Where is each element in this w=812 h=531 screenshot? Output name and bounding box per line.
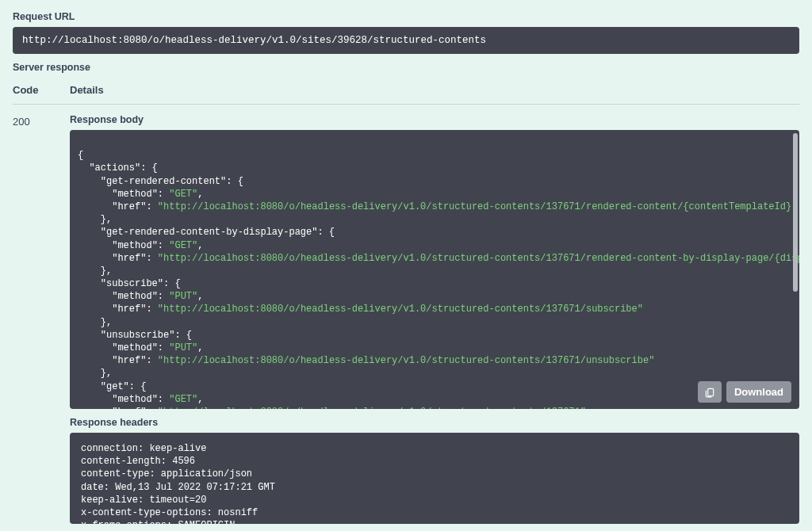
response-table-header: Code Details <box>13 79 799 105</box>
server-response-label: Server response <box>13 62 799 73</box>
json-value: "http://localhost:8080/o/headless-delive… <box>158 407 586 409</box>
response-body[interactable]: { "actions": { "get-rendered-content": {… <box>70 130 799 409</box>
column-header-details: Details <box>70 84 104 96</box>
svg-rect-0 <box>708 388 714 395</box>
response-headers[interactable]: connection: keep-alive content-length: 4… <box>70 433 799 524</box>
json-value: "GET" <box>169 189 197 200</box>
header-line: content-length: 4596 <box>81 456 195 467</box>
header-line: date: Wed,13 Jul 2022 07:17:21 GMT <box>81 482 275 493</box>
response-row: 200 Response body { "actions": { "get-re… <box>13 114 799 524</box>
scrollbar[interactable] <box>793 133 798 292</box>
clipboard-icon <box>704 387 715 398</box>
header-line: x-frame-options: SAMEORIGIN <box>81 520 235 524</box>
download-button[interactable]: Download <box>726 381 791 403</box>
header-line: x-content-type-options: nosniff <box>81 507 258 518</box>
column-header-code: Code <box>13 84 70 96</box>
json-value: "http://localhost:8080/o/headless-delive… <box>158 304 643 315</box>
response-code: 200 <box>13 114 70 524</box>
json-value: "PUT" <box>169 291 197 302</box>
header-line: content-type: application/json <box>81 468 252 479</box>
header-line: connection: keep-alive <box>81 443 206 454</box>
json-value: "http://localhost:8080/o/headless-delive… <box>158 201 798 212</box>
copy-button[interactable] <box>698 381 722 403</box>
response-body-label: Response body <box>70 114 799 125</box>
json-value: "PUT" <box>169 342 197 353</box>
json-value: "http://localhost:8080/o/headless-delive… <box>158 355 655 366</box>
json-value: "GET" <box>169 240 197 251</box>
json-value: "http://localhost:8080/o/headless-delive… <box>158 253 799 264</box>
response-headers-label: Response headers <box>70 417 799 428</box>
header-line: keep-alive: timeout=20 <box>81 495 206 506</box>
request-url-label: Request URL <box>13 11 799 22</box>
request-url-value: http://localhost:8080/o/headless-deliver… <box>13 27 799 54</box>
json-value: "GET" <box>169 394 197 405</box>
